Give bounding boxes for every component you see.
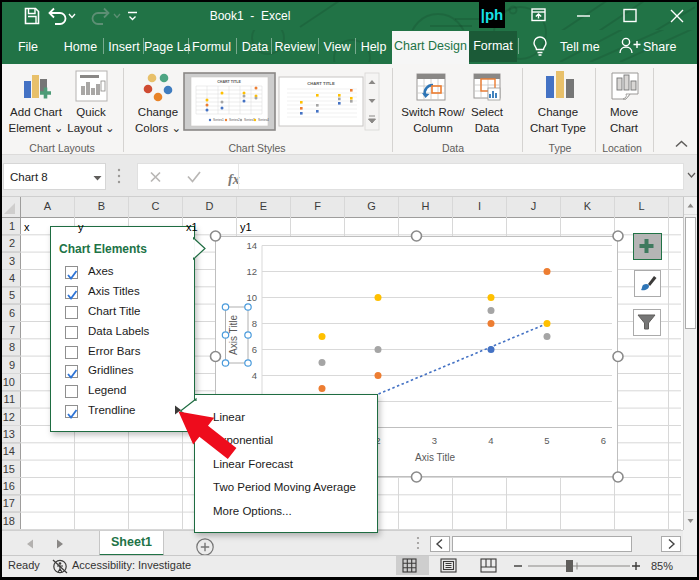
svg-text:Series4: Series4 [258, 118, 269, 122]
svg-text:8: 8 [252, 318, 257, 329]
svg-text:6: 6 [252, 344, 257, 355]
svg-text:5: 5 [544, 435, 549, 446]
svg-text:3: 3 [432, 435, 437, 446]
svg-text:Series2: Series2 [229, 118, 240, 122]
svg-text:4: 4 [252, 370, 257, 381]
svg-text:10: 10 [246, 292, 257, 303]
svg-text:Series3: Series3 [244, 118, 255, 122]
svg-text:85%: 85% [651, 560, 673, 572]
svg-text:12: 12 [246, 266, 257, 277]
svg-text:Axis Title: Axis Title [415, 452, 455, 463]
svg-text:4: 4 [488, 435, 493, 446]
svg-text:14: 14 [246, 240, 257, 251]
svg-text:6: 6 [601, 435, 606, 446]
svg-text:CHART TITLE: CHART TITLE [307, 81, 335, 86]
svg-text:CHART TITLE: CHART TITLE [217, 80, 241, 84]
